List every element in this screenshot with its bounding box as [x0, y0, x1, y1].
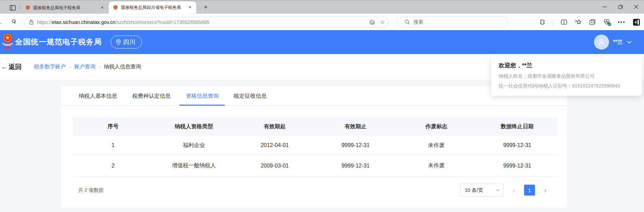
- minimize-button[interactable]: [597, 0, 612, 13]
- green-check-badge: [608, 23, 611, 26]
- site-title: 全国统一规范电子税务局: [15, 37, 102, 47]
- breadcrumb-current: 纳税人信息查询: [104, 63, 141, 70]
- cell-void-flag: 未作废: [396, 155, 477, 176]
- page-number-active[interactable]: 1: [524, 185, 535, 196]
- settings-more-icon[interactable]: •••: [618, 19, 625, 25]
- window-controls: [597, 0, 644, 13]
- sidebar-toggle-icon[interactable]: [633, 19, 640, 26]
- popup-greeting: 欢迎您，**兰: [499, 62, 634, 69]
- table-header-row: 序号 纳税人资格类型 有效期起 有效期止 作废标志 数据终止日期: [73, 117, 558, 136]
- tab-title: 国家税务总局四川省电子税务局: [121, 5, 183, 11]
- total-count-text: 共 2 项数据: [78, 187, 104, 194]
- page-body: 纳税人基本信息 税费种认定信息 资格信息查询 核定征收信息 序号 纳税人资格类型…: [0, 80, 644, 212]
- breadcrumb: 税务数字账户 › 账户查询 › 纳税人信息查询: [34, 63, 141, 70]
- cell-valid-from: 2009-03-01: [234, 155, 315, 176]
- tab-assessed-collection[interactable]: 核定征收信息: [228, 87, 273, 106]
- pagination: 10 条/页 ‹ 1 ›: [460, 184, 548, 197]
- cell-qualification-type: 福利企业: [154, 136, 234, 155]
- taxpayer-name-value: 成都市金福猴食品股份有限公司: [527, 73, 595, 79]
- credit-code-label: 统一社会信用代码/纳税人识别号：: [499, 83, 572, 89]
- col-serial: 序号: [73, 117, 154, 136]
- breadcrumb-link-1[interactable]: 税务数字账户: [34, 63, 66, 70]
- col-qualification-type: 纳税人资格类型: [154, 117, 234, 136]
- header-user-menu[interactable]: **兰: [594, 30, 632, 54]
- url-scheme: https://: [37, 19, 52, 25]
- breadcrumb-separator: ›: [69, 64, 71, 70]
- page-size-select[interactable]: 10 条/页: [460, 184, 503, 197]
- site-header: 全国统一规范电子税务局 四川 **兰: [0, 30, 644, 54]
- region-label: 四川: [123, 38, 135, 46]
- tab-tax-type-determination[interactable]: 税费种认定信息: [126, 87, 177, 106]
- back-arrow-icon: ←: [1, 63, 8, 71]
- tab-actions-icon[interactable]: [7, 3, 19, 13]
- restore-button[interactable]: [612, 0, 628, 13]
- caret-down-icon: [496, 189, 500, 191]
- tab-qualification-info-active[interactable]: 资格信息查询: [180, 87, 225, 106]
- extensions-icon[interactable]: [539, 19, 545, 25]
- table-row: 1 福利企业 2012-04-01 9999-12-31 未作废 9999-12…: [73, 136, 558, 155]
- location-pin-icon: [116, 39, 121, 45]
- back-label: 返回: [9, 63, 22, 71]
- tab-close-icon[interactable]: ×: [99, 5, 105, 11]
- address-bar[interactable]: https://etax.sichuan.chinatax.gov.cn/szz…: [24, 17, 389, 27]
- chevron-down-icon: [627, 41, 632, 44]
- col-valid-to: 有效期止: [315, 117, 396, 136]
- user-info-popup: 欢迎您，**兰 纳税人姓名：成都市金福猴食品股份有限公司 统一社会信用代码/纳税…: [491, 56, 642, 96]
- breadcrumb-separator: ›: [99, 64, 101, 70]
- avatar[interactable]: [594, 35, 609, 50]
- refresh-icon[interactable]: ⟳: [10, 18, 18, 25]
- tax-bureau-favicon: [25, 5, 31, 11]
- table-footer: 共 2 项数据 10 条/页 ‹ 1 ›: [61, 184, 567, 197]
- col-void-flag: 作废标志: [396, 117, 477, 136]
- taxpayer-name-label: 纳税人姓名：: [499, 73, 527, 79]
- close-window-button[interactable]: [628, 0, 644, 13]
- region-selector[interactable]: 四川: [111, 36, 142, 49]
- table-row: 2 增值税一般纳税人 2009-03-01 9999-12-31 未作废 999…: [73, 155, 558, 176]
- browser-tab-2-active[interactable]: 国家税务总局四川省电子税务局 ×: [109, 1, 196, 14]
- content-card: 纳税人基本信息 税费种认定信息 资格信息查询 核定征收信息 序号 纳税人资格类型…: [61, 87, 567, 208]
- toolbar-separator: [553, 19, 553, 26]
- browser-toolbar: ← ⟳ https://etax.sichuan.chinatax.gov.cn…: [0, 14, 644, 30]
- cell-valid-to: 9999-12-31: [315, 136, 396, 155]
- popup-taxpayer-name-line: 纳税人姓名：成都市金福猴食品股份有限公司: [499, 73, 634, 79]
- pinwheel-icon[interactable]: [369, 19, 375, 25]
- browser-tab-1[interactable]: 国家税务总局电子税务局 ×: [21, 2, 109, 14]
- search-placeholder: 搜索: [413, 19, 423, 25]
- search-icon: [405, 19, 410, 25]
- favorite-star-icon[interactable]: ☆: [380, 19, 385, 25]
- browser-tab-strip: 国家税务总局电子税务局 × 国家税务总局四川省电子税务局 × +: [0, 0, 644, 14]
- tab-close-icon[interactable]: ×: [187, 4, 193, 11]
- cell-data-end-date: 9999-12-31: [477, 136, 558, 155]
- page-size-value: 10 条/页: [465, 187, 483, 194]
- url-path: /szzh/zhcx/nsrxxcx?ruuid=1735528565895: [116, 19, 209, 25]
- cutoff-favicon: [0, 2, 2, 11]
- split-screen-icon[interactable]: [561, 19, 567, 25]
- tab-separator: [20, 4, 20, 11]
- new-tab-button[interactable]: +: [201, 3, 210, 11]
- browser-window: 国家税务总局电子税务局 × 国家税务总局四川省电子税务局 × + ← ⟳ htt…: [0, 0, 644, 212]
- popup-credit-code-line: 统一社会信用代码/纳税人识别号：915101247622996943: [499, 83, 634, 89]
- breadcrumb-link-2[interactable]: 账户查询: [74, 63, 96, 70]
- tax-bureau-favicon: [113, 5, 118, 10]
- cell-serial: 1: [73, 136, 154, 155]
- cell-data-end-date: 9999-12-31: [477, 155, 558, 176]
- url-text: https://etax.sichuan.chinatax.gov.cn/szz…: [37, 19, 366, 25]
- next-page-icon[interactable]: ›: [543, 186, 548, 194]
- search-box[interactable]: 搜索: [396, 17, 508, 27]
- browser-essentials-icon[interactable]: [603, 19, 610, 25]
- back-return-button[interactable]: ←返回: [1, 63, 22, 71]
- prev-page-icon[interactable]: ‹: [511, 186, 517, 194]
- national-emblem-logo: [1, 32, 14, 51]
- qualification-table: 序号 纳税人资格类型 有效期起 有效期止 作废标志 数据终止日期 1 福利企业 …: [73, 117, 558, 176]
- credit-code-value: 915101247622996943: [572, 83, 620, 89]
- back-icon[interactable]: ←: [0, 19, 3, 26]
- cell-valid-from: 2012-04-01: [234, 136, 315, 155]
- collections-icon[interactable]: [589, 19, 596, 25]
- col-data-end-date: 数据终止日期: [477, 117, 558, 136]
- tab-taxpayer-basic-info[interactable]: 纳税人基本信息: [73, 87, 123, 106]
- cell-serial: 2: [73, 155, 154, 176]
- lock-icon: [29, 19, 34, 25]
- tab-title: 国家税务总局电子税务局: [33, 5, 96, 11]
- cell-valid-to: 9999-12-31: [315, 155, 396, 176]
- favorites-icon[interactable]: [575, 19, 582, 25]
